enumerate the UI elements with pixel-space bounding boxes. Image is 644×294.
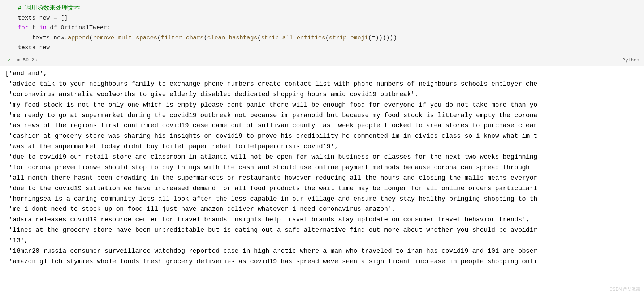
execution-time: 1m 50.2s [14, 57, 37, 63]
code-keyword: in [39, 24, 46, 31]
output-line: 'due to covid19 our retail store and cla… [5, 152, 644, 162]
code-comment: 调用函数来处理文本 [25, 5, 80, 12]
output-line: 'lines at the grocery store have been un… [5, 225, 644, 235]
code-func: strip_all_entities [261, 34, 325, 41]
code-token: df [46, 24, 57, 31]
output-line: 'was at the supermarket today didnt buy … [5, 141, 644, 152]
code-token: ( [368, 34, 372, 41]
cell-output[interactable]: ['and and', 'advice talk to your neighbo… [0, 66, 644, 267]
success-check-icon: ✓ [8, 57, 11, 64]
output-line: 'advice talk to your neighbours family t… [5, 79, 644, 89]
output-line: ['and and', [5, 68, 644, 79]
output-line: 'coronavirus australia woolworths to giv… [5, 89, 644, 100]
code-token: ( [89, 34, 93, 41]
output-line: '13', [5, 235, 644, 246]
code-token: : [107, 24, 111, 31]
code-token: ( [325, 34, 329, 41]
code-token: ( [204, 34, 207, 41]
output-line: 'me i dont need to stock up on food ill … [5, 204, 644, 214]
code-func: strip_emoji [329, 34, 368, 41]
output-line: 'my food stock is not the only one which… [5, 100, 644, 110]
code-func: append [68, 34, 89, 41]
code-token: texts_new [18, 44, 50, 51]
code-token: . [64, 34, 68, 41]
output-line: '16mar20 russia consumer surveillance wa… [5, 246, 644, 256]
code-token: # [18, 5, 25, 12]
output-line: 'due to the covid19 situation we have in… [5, 183, 644, 194]
output-line: 'adara releases covid19 resource center … [5, 214, 644, 225]
code-editor[interactable]: # 调用函数来处理文本 texts_new = [] for t in df.O… [0, 0, 644, 55]
output-line: 'me ready to go at supermarket during th… [5, 110, 644, 121]
output-line: 'cashier at grocery store was sharing hi… [5, 131, 644, 141]
output-line: 'amazon glitch stymies whole foods fresh… [5, 256, 644, 267]
code-token: t [372, 34, 375, 41]
indent [18, 34, 32, 41]
cell-status-bar: ✓ 1m 50.2s Python [0, 55, 644, 66]
language-label[interactable]: Python [622, 57, 639, 63]
output-line: 'all month there hasnt been crowding in … [5, 173, 644, 183]
output-line: 'as news of the regions first confirmed … [5, 120, 644, 131]
output-line: 'for corona preventionwe should stop to … [5, 162, 644, 173]
code-token: ( [257, 34, 261, 41]
code-token: [] [57, 14, 68, 21]
code-func: remove_mult_spaces [93, 34, 157, 41]
code-token: )))))) [375, 34, 397, 41]
code-token: texts_new [18, 14, 53, 21]
code-token: . [57, 24, 61, 31]
code-token: = [53, 14, 57, 21]
code-token: ( [157, 34, 161, 41]
code-func: clean_hashtags [207, 34, 258, 41]
code-keyword: for [18, 24, 29, 31]
code-token: t [29, 24, 39, 31]
code-cell: # 调用函数来处理文本 texts_new = [] for t in df.O… [0, 0, 644, 66]
code-token: OriginalTweet [61, 24, 107, 31]
code-token: texts_new [32, 34, 64, 41]
output-line: 'horningsea is a caring community lets a… [5, 194, 644, 204]
code-func: filter_chars [161, 34, 204, 41]
